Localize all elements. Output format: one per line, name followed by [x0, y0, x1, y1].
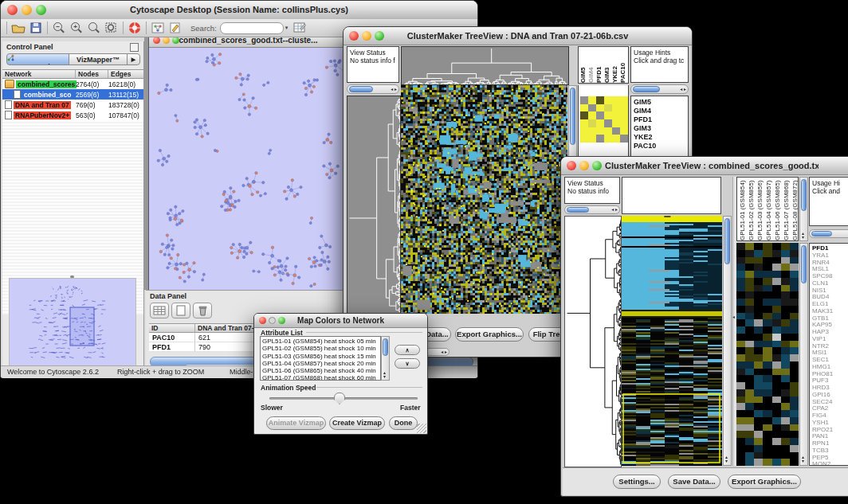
matrix-cell[interactable]: [604, 96, 612, 104]
tv2-array-dendrogram-panel[interactable]: [622, 177, 721, 214]
tv2-array-labels[interactable]: GPL51-01 (GSM854)GPL51-02 (GSM855)GPL51-…: [736, 177, 799, 241]
attribute-list-item[interactable]: GPL51-04 (GSM857) heat shock 20 min: [262, 360, 380, 367]
tv2-global-scrollbar[interactable]: ▴▾: [723, 216, 732, 466]
tv1-similarity-matrix[interactable]: [580, 96, 628, 143]
scrollbar-arrows[interactable]: ◂ ▸: [611, 208, 618, 212]
zoom-in-icon[interactable]: +: [69, 21, 84, 35]
matrix-cell[interactable]: [588, 135, 596, 143]
matrix-cell[interactable]: [580, 96, 588, 104]
matrix-cell[interactable]: [588, 96, 596, 104]
column-header[interactable]: ID: [149, 323, 195, 333]
tv2-zoom-heatmap[interactable]: [736, 243, 799, 466]
scrollbar-arrows[interactable]: ◂ ▸: [680, 88, 686, 92]
scrollbar-thumb[interactable]: [570, 88, 575, 145]
tv2-zoom-scrollbar[interactable]: ▴▾: [799, 243, 808, 466]
array-label[interactable]: GIM3: [603, 48, 611, 83]
network-list-row[interactable]: DNA and Tran 07769(0)183728(0): [2, 100, 143, 110]
tv1-heatmap[interactable]: [401, 85, 567, 314]
scrollbar-thumb[interactable]: [633, 86, 660, 92]
array-label[interactable]: YKE2: [611, 48, 619, 83]
tv1-title-bar[interactable]: ClusterMaker TreeView : DNA and Tran 07-…: [344, 27, 692, 45]
matrix-cell[interactable]: [604, 111, 612, 119]
tv2-gene-labels[interactable]: PFD1YRA1RNR4MSL1SPC98CLN1NIS1BUD4ELG1MAK…: [809, 243, 848, 466]
tv1-button-export-graphics[interactable]: Export Graphics...: [455, 327, 524, 342]
attribute-list-item[interactable]: GPL51-02 (GSM855) heat shock 10 min: [262, 345, 380, 352]
matrix-cell[interactable]: [612, 104, 620, 112]
network-overview-thumbnail[interactable]: [9, 278, 136, 367]
scrollbar-thumb[interactable]: [801, 245, 807, 283]
matrix-cell[interactable]: [596, 119, 604, 127]
search-dropdown-icon[interactable]: ▾: [285, 25, 289, 31]
scrollbar-arrows[interactable]: ▴▾: [802, 232, 804, 240]
help-lifesaver-icon[interactable]: [127, 21, 143, 35]
tab-vizmapper[interactable]: VizMapper™: [69, 53, 128, 65]
scrollbar-thumb[interactable]: [724, 218, 730, 264]
matrix-cell[interactable]: [612, 135, 620, 143]
matrix-cell[interactable]: [604, 119, 612, 127]
matrix-cell[interactable]: [604, 127, 612, 135]
tv2-array-labels-scrollbar[interactable]: ▴▾: [799, 177, 808, 241]
gene-label[interactable]: GIM3: [634, 124, 688, 133]
resize-grip[interactable]: [417, 424, 426, 433]
tv1-status-scrollbar[interactable]: ◂ ▸: [347, 84, 399, 94]
zoom-selected-icon[interactable]: [86, 21, 102, 35]
array-label[interactable]: GPL51-02 (GSM855): [747, 178, 756, 240]
open-file-icon[interactable]: [10, 21, 26, 35]
tab-overflow[interactable]: ▶: [127, 53, 140, 65]
gene-label[interactable]: GIM5: [634, 98, 688, 107]
array-label[interactable]: PAC10: [619, 48, 627, 83]
tv2-gene-dendrogram[interactable]: [564, 216, 622, 467]
matrix-cell[interactable]: [596, 96, 604, 104]
matrix-cell[interactable]: [620, 96, 628, 104]
array-label[interactable]: GPL51-03 (GSM856): [756, 178, 764, 240]
import-network-icon[interactable]: [150, 21, 166, 35]
scrollbar-thumb[interactable]: [567, 207, 589, 213]
array-label[interactable]: GPL51-01 (GSM854): [738, 178, 747, 240]
zoom-fit-icon[interactable]: [104, 21, 120, 35]
attribute-list-item[interactable]: GPL51-06 (GSM865) heat shock 40 min: [262, 367, 380, 374]
network-list-row[interactable]: combined_scores2764(0)16218(0): [2, 79, 143, 89]
matrix-cell[interactable]: [580, 127, 588, 135]
matrix-cell[interactable]: [612, 127, 620, 135]
speed-slider-thumb[interactable]: [334, 393, 345, 404]
gene-label[interactable]: PFD1: [634, 115, 688, 124]
save-icon[interactable]: [28, 21, 44, 35]
array-label[interactable]: GIM5: [579, 48, 587, 83]
dialog-title-bar[interactable]: Map Colors to Network: [254, 314, 427, 328]
create-vizmap-button[interactable]: Create Vizmap: [329, 416, 385, 430]
array-label[interactable]: GPL51-07 (GSM868): [782, 178, 791, 240]
matrix-cell[interactable]: [604, 104, 612, 112]
matrix-cell[interactable]: [620, 111, 628, 119]
attribute-list-item[interactable]: GPL51-07 (GSM868) heat shock 60 min: [262, 374, 380, 381]
done-button[interactable]: Done: [389, 416, 418, 430]
matrix-cell[interactable]: [596, 135, 604, 143]
array-label[interactable]: PFD1: [595, 48, 603, 83]
network-list-row[interactable]: RNAPuberNov2+563(0)107847(0): [2, 110, 143, 120]
table-cell[interactable]: PFD1: [149, 342, 195, 352]
search-input[interactable]: [220, 22, 284, 34]
matrix-cell[interactable]: [612, 96, 620, 104]
matrix-cell[interactable]: [620, 135, 628, 143]
scrollbar-arrows[interactable]: ▴▾: [802, 455, 804, 463]
tv2-title-bar[interactable]: ClusterMaker TreeView : combined_scores_…: [561, 157, 848, 175]
column-header[interactable]: Nodes: [76, 69, 108, 79]
scrollbar-thumb[interactable]: [349, 86, 373, 92]
gene-label[interactable]: MON2: [812, 461, 848, 466]
attribute-list-scrollbar[interactable]: ▴▾: [381, 336, 390, 381]
gene-label[interactable]: YKE2: [634, 133, 688, 142]
matrix-cell[interactable]: [580, 119, 588, 127]
scrollbar-thumb[interactable]: [811, 231, 832, 236]
array-label[interactable]: GIM4: [587, 48, 595, 83]
matrix-cell[interactable]: [620, 104, 628, 112]
tv2-status-scrollbar[interactable]: ◂ ▸: [564, 205, 620, 214]
attribute-list[interactable]: GPL51-01 (GSM854) heat shock 05 minGPL51…: [260, 336, 381, 381]
matrix-cell[interactable]: [612, 111, 620, 119]
attribute-table-icon[interactable]: [292, 21, 308, 35]
tv2-button-save-data[interactable]: Save Data...: [668, 475, 720, 489]
tv1-array-dendrogram[interactable]: [401, 46, 569, 85]
matrix-cell[interactable]: [588, 111, 596, 119]
array-label[interactable]: GPL51-08 (GSM872): [791, 178, 799, 240]
move-up-button[interactable]: ∧: [395, 345, 420, 355]
matrix-cell[interactable]: [620, 127, 628, 135]
matrix-cell[interactable]: [620, 119, 628, 127]
